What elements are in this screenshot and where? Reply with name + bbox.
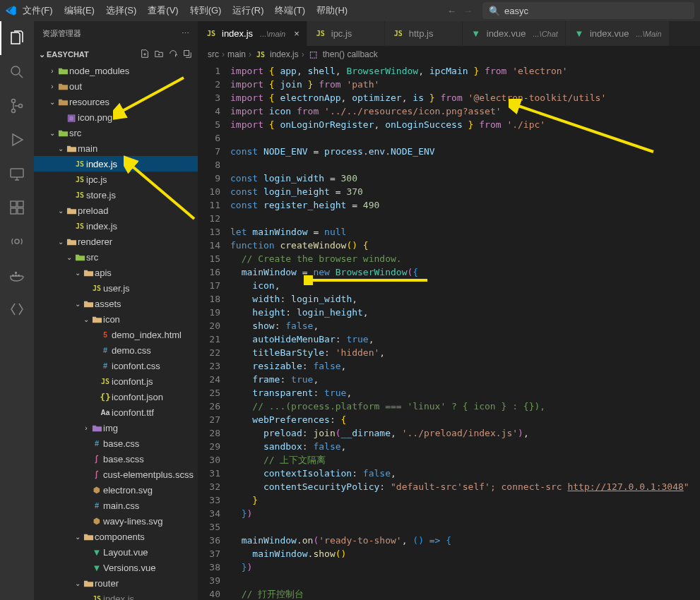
tree-label: src — [86, 252, 98, 263]
js-icon: JS — [254, 51, 267, 59]
activity-git-compare[interactable] — [0, 292, 34, 326]
tab-label: http.js — [409, 28, 434, 39]
folder-row[interactable]: ⌄assets — [34, 296, 198, 311]
file-row[interactable]: ▼Layout.vue — [34, 544, 198, 560]
activity-run-debug[interactable] — [0, 123, 34, 157]
file-row[interactable]: #iconfont.css — [34, 358, 198, 373]
file-row[interactable]: JSindex.js — [34, 591, 198, 600]
js-icon: JS — [99, 378, 112, 385]
activity-live[interactable] — [0, 224, 34, 258]
folder-row[interactable]: ⌄components — [34, 529, 198, 544]
file-row[interactable]: ʃbase.scss — [34, 451, 198, 467]
folder-row[interactable]: ⌄renderer — [34, 234, 198, 249]
chevron-icon: ⌄ — [73, 300, 82, 308]
menu-item[interactable]: 终端(T) — [269, 0, 311, 21]
menu-item[interactable]: 文件(F) — [17, 0, 59, 21]
file-row[interactable]: JSipc.js — [34, 172, 198, 187]
menu-item[interactable]: 运行(R) — [227, 0, 269, 21]
menu-item[interactable]: 帮助(H) — [311, 0, 353, 21]
refresh-icon[interactable] — [168, 49, 178, 60]
editor-tab[interactable]: JShttp.js — [385, 21, 463, 46]
tab-sublabel: ...\main — [260, 30, 285, 38]
activity-docker[interactable] — [0, 258, 34, 292]
file-row[interactable]: #base.css — [34, 436, 198, 451]
sidebar-more-icon[interactable]: ⋯ — [182, 29, 189, 38]
folder-row[interactable]: ⌄router — [34, 575, 198, 591]
nav-forward-icon[interactable]: → — [463, 6, 473, 16]
editor-tab[interactable]: ▼index.vue...\Main — [566, 21, 670, 46]
file-row[interactable]: JSuser.js — [34, 280, 198, 296]
breadcrumb-item[interactable]: index.js — [270, 49, 299, 59]
breadcrumb-item[interactable]: main — [227, 49, 246, 59]
folder-row[interactable]: ⌄icon — [34, 311, 198, 327]
code-editor[interactable]: 1234567891011121314151617181920212223242… — [198, 63, 700, 600]
tree-label: main.css — [103, 500, 139, 511]
folder-row[interactable]: ⌄src — [34, 125, 198, 140]
tree-label: ipc.js — [86, 174, 107, 185]
css-icon: # — [90, 501, 103, 510]
folder-open-icon — [57, 128, 69, 138]
tree-label: cust-elementplus.scss — [103, 469, 194, 480]
folder-icon — [57, 81, 69, 92]
folder-icon — [57, 66, 69, 76]
folder-row[interactable]: ⌄apis — [34, 265, 198, 280]
menubar: 文件(F)编辑(E)选择(S)查看(V)转到(G)运行(R)终端(T)帮助(H) — [17, 0, 437, 21]
file-row[interactable]: ▣icon.png — [34, 109, 198, 125]
folder-row[interactable]: ⌄main — [34, 140, 198, 156]
activity-explorer[interactable] — [0, 21, 34, 55]
file-row[interactable]: JSindex.js — [34, 218, 198, 234]
file-row[interactable]: ▼Versions.vue — [34, 560, 198, 575]
editor-tab[interactable]: JSindex.js...\main× — [198, 21, 307, 46]
file-row[interactable]: JSstore.js — [34, 187, 198, 203]
tree-label: main — [78, 143, 97, 154]
editor-tab[interactable]: ▼index.vue...\Chat — [463, 21, 566, 46]
folder-open-icon — [82, 299, 95, 309]
project-header[interactable]: ⌄ EASYCHAT — [34, 46, 198, 63]
vue-icon: ▼ — [90, 563, 103, 573]
breadcrumb[interactable]: src›main›JSindex.js›⬚then() callback — [198, 46, 700, 63]
file-row[interactable]: JSiconfont.js — [34, 373, 198, 389]
file-row[interactable]: ⬢wavy-lines.svg — [34, 513, 198, 529]
command-center[interactable]: 🔍 easyc — [482, 2, 694, 19]
folder-row[interactable]: ›out — [34, 78, 198, 94]
activity-extensions[interactable] — [0, 191, 34, 224]
code-content[interactable]: import { app, shell, BrowserWindow, ipcM… — [230, 63, 700, 600]
folder-row[interactable]: ⌄resources — [34, 94, 198, 109]
tree-label: assets — [95, 299, 121, 309]
new-file-icon[interactable] — [140, 49, 150, 60]
chevron-icon: ⌄ — [73, 533, 82, 541]
file-row[interactable]: JSindex.js — [34, 156, 198, 172]
editor-tab[interactable]: JSipc.js — [307, 21, 385, 46]
tree-label: iconfont.json — [112, 392, 163, 402]
activity-search[interactable] — [0, 55, 34, 89]
folder-row[interactable]: ›img — [34, 420, 198, 436]
file-row[interactable]: #main.css — [34, 498, 198, 513]
menu-item[interactable]: 编辑(E) — [59, 0, 100, 21]
folder-row[interactable]: ⌄preload — [34, 203, 198, 218]
activity-source-control[interactable] — [0, 89, 34, 123]
nav-back-icon[interactable]: ← — [447, 6, 456, 16]
collapse-all-icon[interactable] — [182, 49, 192, 60]
close-icon[interactable]: × — [294, 28, 299, 39]
file-row[interactable]: #demo.css — [34, 342, 198, 358]
file-row[interactable]: ⬢electron.svg — [34, 482, 198, 498]
breadcrumb-item[interactable]: src — [208, 49, 219, 59]
menu-item[interactable]: 查看(V) — [142, 0, 184, 21]
file-row[interactable]: Aaiconfont.ttf — [34, 404, 198, 420]
tree-label: index.js — [86, 159, 117, 169]
folder-row[interactable]: ⌄src — [34, 249, 198, 265]
tab-label: index.vue — [590, 28, 629, 39]
sidebar-title: 资源管理器 — [42, 28, 81, 39]
menu-item[interactable]: 转到(G) — [184, 0, 227, 21]
nav-arrows: ← → — [437, 6, 482, 16]
file-row[interactable]: ʃcust-elementplus.scss — [34, 467, 198, 482]
folder-row[interactable]: ›node_modules — [34, 63, 198, 78]
menu-item[interactable]: 选择(S) — [100, 0, 142, 21]
new-folder-icon[interactable] — [154, 49, 164, 60]
activity-remote[interactable] — [0, 157, 34, 191]
tab-sublabel: ...\Main — [636, 30, 662, 38]
breadcrumb-item[interactable]: then() callback — [323, 49, 378, 59]
file-row[interactable]: {}iconfont.json — [34, 389, 198, 404]
file-row[interactable]: 5demo_index.html — [34, 327, 198, 342]
vue-icon: ▼ — [470, 28, 482, 39]
